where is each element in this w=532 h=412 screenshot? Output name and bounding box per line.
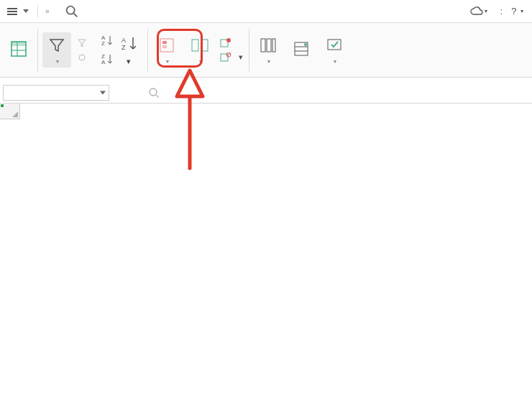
cloud-icon xyxy=(470,6,483,17)
reapply-button[interactable] xyxy=(77,52,90,63)
separator xyxy=(37,5,38,18)
svg-rect-13 xyxy=(162,41,167,44)
text-to-columns-button[interactable]: ▾ xyxy=(254,32,283,68)
svg-text:A: A xyxy=(101,59,106,65)
svg-rect-15 xyxy=(192,40,198,51)
svg-point-0 xyxy=(66,6,74,14)
menubar-right: ▾ : ? ▾ xyxy=(470,6,529,17)
funnel-icon xyxy=(47,35,67,55)
share-button[interactable]: : xyxy=(496,6,503,17)
hamburger-icon xyxy=(7,8,17,15)
ribbon: ▾ AZ ZA AZ ▾ ▾ ▾ xyxy=(0,23,532,78)
reject-dup-button[interactable]: ▾ xyxy=(220,52,243,63)
sort-icon: AZ xyxy=(119,34,139,54)
svg-text:A: A xyxy=(121,37,126,44)
highlight-icon xyxy=(157,35,177,55)
show-all-button[interactable] xyxy=(77,38,90,48)
svg-rect-16 xyxy=(201,40,208,51)
smart-fill-button[interactable] xyxy=(287,36,316,65)
spreadsheet-grid[interactable] xyxy=(0,104,532,412)
separator xyxy=(249,29,249,72)
chevron-down-icon xyxy=(23,9,29,13)
svg-rect-14 xyxy=(162,45,167,48)
svg-line-31 xyxy=(156,95,159,98)
refresh-icon xyxy=(77,52,87,63)
svg-point-30 xyxy=(150,88,157,96)
svg-point-18 xyxy=(226,38,231,42)
sort-desc-icon[interactable]: ZA xyxy=(100,52,114,65)
file-menu[interactable] xyxy=(3,5,33,18)
svg-text:Z: Z xyxy=(121,44,126,51)
svg-rect-3 xyxy=(12,42,26,46)
select-all-corner[interactable] xyxy=(0,104,20,119)
zoom-icon[interactable] xyxy=(148,87,160,99)
menu-bar: » ▾ : ? ▾ xyxy=(0,0,532,23)
chevron-down-icon xyxy=(100,91,106,94)
dup-side-group: ▾ xyxy=(219,35,244,65)
search-button[interactable] xyxy=(64,4,83,19)
filter-side-group xyxy=(75,35,91,65)
columns-icon xyxy=(258,35,278,55)
delete-dup-button[interactable] xyxy=(220,38,243,48)
svg-text:Z: Z xyxy=(101,40,105,47)
formula-bar xyxy=(0,82,532,104)
delete-dup-icon xyxy=(220,38,231,48)
overflow-icon[interactable]: » xyxy=(42,7,52,15)
svg-rect-22 xyxy=(261,39,265,52)
separator xyxy=(147,29,148,72)
separator xyxy=(37,29,38,72)
svg-rect-29 xyxy=(328,40,341,50)
autofilter-button[interactable]: ▾ xyxy=(42,32,71,68)
pivot-table-button[interactable] xyxy=(4,36,33,65)
svg-rect-24 xyxy=(272,39,275,52)
cloud-sync-button[interactable]: ▾ xyxy=(470,6,487,17)
smart-fill-icon xyxy=(291,39,311,59)
sort-asc-icon[interactable]: AZ xyxy=(100,34,114,47)
svg-line-1 xyxy=(73,13,77,17)
search-icon xyxy=(64,4,80,19)
svg-point-28 xyxy=(304,43,307,46)
svg-rect-23 xyxy=(267,39,271,52)
help-button[interactable]: ? ▾ xyxy=(511,6,523,17)
funnel-small-icon xyxy=(77,38,87,48)
name-box[interactable] xyxy=(3,85,109,101)
validity-icon xyxy=(324,35,344,55)
pivot-icon xyxy=(9,39,29,59)
validity-button[interactable]: ▾ xyxy=(320,32,349,68)
highlight-dup-button[interactable]: ▾ xyxy=(152,32,181,68)
sort-group: AZ ZA AZ ▾ xyxy=(96,31,143,69)
reject-dup-icon xyxy=(220,52,231,63)
compare-icon xyxy=(190,35,210,55)
formula-input[interactable] xyxy=(164,87,532,99)
data-compare-button[interactable]: ▾ xyxy=(185,32,214,68)
sort-button[interactable]: AZ ▾ xyxy=(119,34,139,66)
